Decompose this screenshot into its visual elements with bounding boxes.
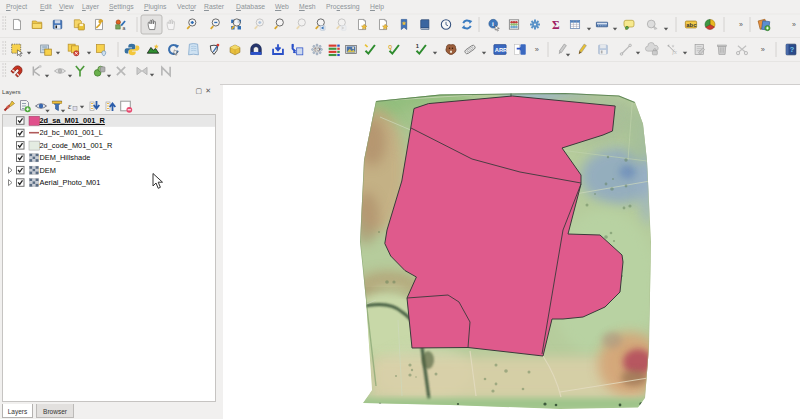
svg-text:i: i (492, 20, 494, 27)
svg-text:»: » (792, 21, 796, 28)
svg-text:?: ? (790, 45, 795, 54)
svg-text:Σ: Σ (552, 19, 560, 32)
svg-text:abc: abc (686, 22, 697, 28)
svg-text:1: 1 (416, 43, 420, 49)
svg-text:TCP: TCP (315, 48, 322, 52)
svg-text:ε: ε (68, 101, 72, 111)
svg-text:a: a (122, 24, 125, 30)
svg-text:»: » (761, 45, 765, 54)
svg-text:Q: Q (388, 45, 392, 50)
svg-text:ARR: ARR (495, 47, 508, 53)
svg-text:»: » (739, 21, 743, 28)
svg-text:»: » (535, 45, 539, 54)
svg-text:fx: fx (672, 48, 677, 55)
